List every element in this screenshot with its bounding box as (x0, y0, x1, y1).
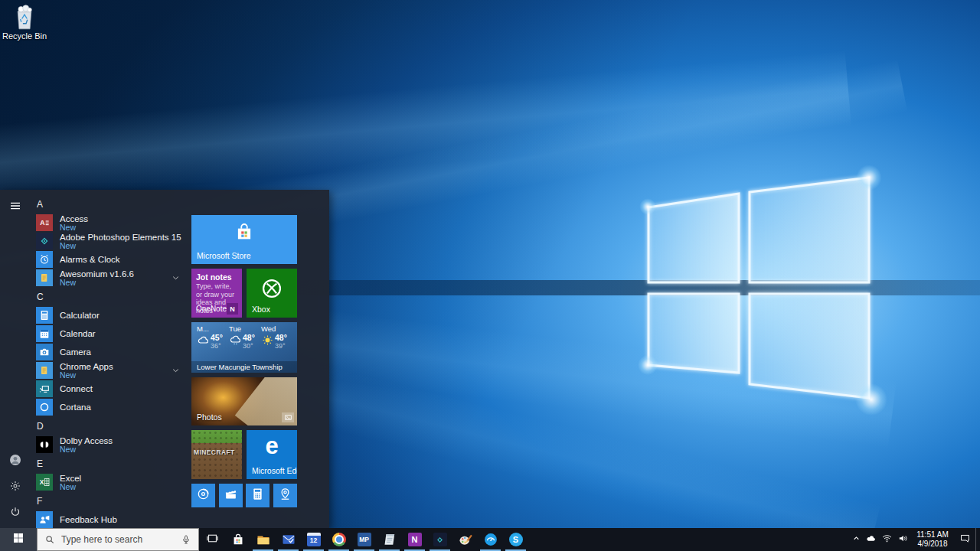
tray-overflow-chevron[interactable] (849, 528, 863, 551)
app-name: Calculator (60, 311, 100, 320)
mail-icon (281, 532, 296, 547)
app-name: Awesomium v1.6.6 (60, 269, 134, 279)
user-account-button[interactable] (0, 448, 31, 474)
taskbar-app-onenote[interactable]: N (402, 528, 427, 551)
svg-text:A: A (40, 219, 45, 227)
edge-icon: e (265, 432, 278, 460)
app-list-item-cortana[interactable]: Cortana (31, 398, 190, 416)
tile-microsoft-edge[interactable]: e Microsoft Edge (247, 430, 297, 479)
action-center-button[interactable] (954, 528, 975, 551)
app-list-item-alarms-clock[interactable]: Alarms & Clock (31, 250, 190, 269)
weather-location: Lower Macungie Township (191, 361, 297, 373)
notepad-icon (382, 532, 397, 547)
tile-microsoft-store[interactable]: Microsoft Store (191, 215, 297, 264)
tile-calculator[interactable] (246, 484, 270, 507)
app-list-item-awesomium-v1-6-6[interactable]: Awesomium v1.6.6New (31, 269, 190, 287)
mp-icon: MP (357, 532, 372, 547)
app-list-section-c[interactable]: C (31, 287, 190, 306)
cloud-icon (865, 533, 877, 547)
chevron-down-icon[interactable] (171, 366, 181, 376)
app-list-item-calendar[interactable]: Calendar (31, 324, 190, 343)
onedrive-tray-icon[interactable] (863, 528, 879, 551)
taskbar-app-photoshop-elements[interactable] (427, 528, 452, 551)
taskbar-app-chrome[interactable] (326, 528, 351, 551)
app-list-item-adobe-photoshop-elements-15[interactable]: Adobe Photoshop Elements 15New (31, 232, 190, 250)
app-name: Access (60, 214, 88, 223)
app-list-section-d[interactable]: D (31, 416, 190, 435)
calculator-small-icon (250, 487, 265, 504)
skype-icon: S (508, 532, 524, 547)
chevron-down-icon[interactable] (171, 273, 181, 283)
taskbar-app-skype[interactable]: S (503, 528, 528, 551)
notification-icon (959, 533, 971, 547)
desktop: Recycle Bin AAAccessNewAdobe Photoshop E… (0, 0, 980, 551)
xbox-icon (260, 276, 284, 301)
excel-icon: X (36, 474, 53, 491)
app-list-item-feedback-hub[interactable]: Feedback Hub (31, 510, 190, 529)
pse-icon (433, 532, 448, 547)
taskbar-app-file-explorer[interactable] (250, 528, 276, 551)
app-list-item-dolby-access[interactable]: Dolby AccessNew (31, 435, 190, 454)
app-list-item-connect[interactable]: Connect (31, 380, 190, 398)
alarm-clock-icon (36, 251, 53, 268)
tile-onenote[interactable]: Jot notes Type, write, or draw your idea… (191, 269, 242, 318)
taskbar-clock[interactable]: 11:51 AM 4/9/2018 (911, 530, 954, 549)
weather-day-tue: Tue48°30° (229, 324, 260, 350)
app-name: Calendar (60, 329, 96, 338)
tile-maps[interactable] (273, 484, 297, 507)
groove-icon (196, 487, 211, 504)
paint-icon (458, 532, 473, 547)
tile-xbox[interactable]: Xbox (247, 269, 297, 318)
app-list-item-access[interactable]: AAccessNew (31, 214, 190, 232)
tile-label: Microsoft Edge (252, 466, 297, 475)
app-name: Chrome Apps (60, 362, 113, 371)
tile-photos[interactable]: Photos (191, 377, 297, 425)
power-button[interactable] (0, 500, 31, 527)
tile-label: OneNote (196, 305, 227, 313)
taskbar-app-mp-app[interactable]: MP (351, 528, 377, 551)
microphone-icon[interactable] (181, 534, 191, 545)
weather-day-m: M...45°36° (197, 324, 227, 350)
gear-icon (9, 480, 21, 495)
taskbar-app-dial-app[interactable] (478, 528, 503, 551)
search-input[interactable]: Type here to search (37, 528, 199, 551)
volume-tray-icon[interactable] (895, 528, 911, 551)
show-desktop-button[interactable] (975, 528, 980, 551)
app-list-section-a[interactable]: A (31, 194, 190, 214)
app-name: Feedback Hub (60, 515, 117, 524)
dolby-icon (36, 436, 53, 453)
taskbar-app-mail[interactable] (276, 528, 301, 551)
taskbar-app-notepad[interactable] (377, 528, 402, 551)
tile-minecraft[interactable]: MINECRAFT (191, 430, 242, 479)
app-list-item-excel[interactable]: XExcelNew (31, 473, 190, 491)
svg-text:X: X (40, 478, 44, 486)
app-list-section-e[interactable]: E (31, 454, 190, 473)
start-menu-rail (0, 190, 31, 528)
search-placeholder: Type here to search (61, 534, 175, 545)
network-tray-icon[interactable] (879, 528, 895, 551)
task-view-button[interactable] (199, 528, 225, 551)
settings-button[interactable] (0, 474, 31, 500)
cortana-icon (36, 399, 53, 416)
taskbar-app-calendar[interactable]: 12 (301, 528, 326, 551)
app-name: Alarms & Clock (60, 255, 120, 264)
start-button[interactable] (0, 528, 37, 551)
hamburger-menu-button[interactable] (0, 194, 31, 220)
app-name: Cortana (60, 403, 91, 412)
taskbar-app-microsoft-store[interactable] (225, 528, 250, 551)
tile-movies-tv[interactable] (219, 484, 243, 507)
onenote-n-icon: N (407, 532, 423, 547)
tile-groove-music[interactable] (191, 484, 215, 507)
app-list-section-f[interactable]: F (31, 491, 190, 510)
taskbar-app-paint[interactable] (452, 528, 478, 551)
app-list-item-chrome-apps[interactable]: Chrome AppsNew (31, 361, 190, 380)
start-menu: AAAccessNewAdobe Photoshop Elements 15Ne… (0, 190, 329, 528)
recycle-bin-icon[interactable]: Recycle Bin (2, 3, 47, 41)
chevron-up-icon (851, 533, 862, 547)
tile-weather[interactable]: M...45°36°Tue48°30°Wed48°39° Lower Macun… (191, 322, 297, 373)
weather-high: 48° (275, 334, 287, 342)
hamburger-icon (9, 200, 21, 215)
app-list-item-camera[interactable]: Camera (31, 343, 190, 361)
app-list-item-calculator[interactable]: Calculator (31, 306, 190, 324)
search-icon (44, 534, 55, 545)
